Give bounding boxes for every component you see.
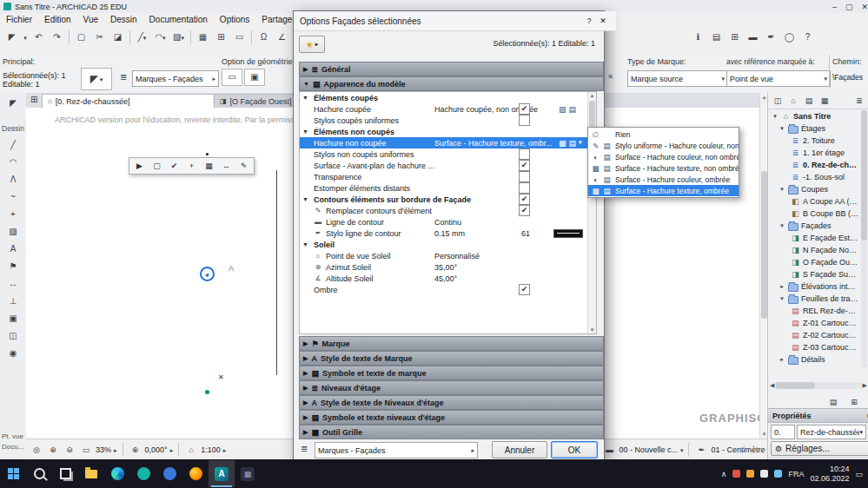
section-style-texte-niveaux[interactable]: ▶ A Style de texte de Niveaux d'étage <box>299 395 604 410</box>
row-value[interactable]: 35,00° <box>434 263 457 272</box>
scroll-left-icon[interactable]: ◀ <box>770 382 774 389</box>
page-icon[interactable]: ▤ <box>569 139 577 148</box>
row-stylo-ligne-contour[interactable]: ✒ Stylo ligne de contour 0.15 mm 61 <box>300 228 596 239</box>
pen-preview[interactable] <box>553 229 583 238</box>
option-rien[interactable]: ∅ Rien <box>588 129 739 140</box>
guide-lines-button[interactable]: ∠ <box>273 29 291 46</box>
checkbox-unchecked[interactable] <box>519 148 530 160</box>
info-button[interactable]: ℹ <box>689 29 707 46</box>
tree-item-coupe-bb[interactable]: ◧ B Coupe BB (Modèle) <box>768 208 859 220</box>
archicad-taskbar-button[interactable]: A <box>209 460 235 487</box>
view-map-button[interactable]: ▤ <box>801 94 817 108</box>
new-item-button[interactable]: ⊞ <box>846 395 862 409</box>
expander-icon[interactable]: ▸ <box>779 356 785 363</box>
tree-item-cartouche-02[interactable]: ▤ Z-02 Cartouche 02 (Modèle) <box>768 329 859 341</box>
chevron-right-icon[interactable]: ▸ <box>114 447 117 453</box>
start-button[interactable] <box>0 460 26 487</box>
edge-button[interactable] <box>104 460 130 487</box>
zoom-out-button[interactable]: ⊖ <box>63 443 76 457</box>
close-button[interactable]: ✕ <box>861 3 868 11</box>
row-value[interactable]: Continu <box>434 218 461 227</box>
notification-center-icon[interactable]: ▭ <box>855 470 863 478</box>
grid-toggle-button[interactable]: ▦ <box>194 29 212 46</box>
zone-tool[interactable]: ▣ <box>5 312 21 326</box>
fit-view-button[interactable]: ▭ <box>79 443 93 457</box>
section-general[interactable]: ▶ ≣ Général <box>299 62 604 76</box>
firefox-button[interactable] <box>182 460 209 487</box>
tree-item-facade-nord[interactable]: ◨ N Façade Nord (Modèle) <box>768 244 859 256</box>
palette-button-1[interactable]: ▶ <box>131 160 148 173</box>
row-value[interactable]: Surface - Hachure texture, ombr... <box>434 139 553 148</box>
row-ombre[interactable]: Ombre ✔ <box>300 284 596 295</box>
label-tool[interactable]: ⚑ <box>5 260 21 274</box>
expander-icon[interactable]: ▾ <box>779 222 785 229</box>
geometry-option-2[interactable]: ▣ <box>244 69 265 86</box>
tree-item-coupe-aa[interactable]: ◧ A Coupe AA (Modèle) <box>768 195 859 208</box>
menu-partage[interactable]: Partage <box>255 15 298 24</box>
row-stylos-coupes[interactable]: Stylos coupés uniformes <box>300 115 596 126</box>
checkbox-checked[interactable]: ✔ <box>519 160 530 171</box>
help-button[interactable]: ? <box>798 29 817 46</box>
view-settings-button[interactable]: ▤ <box>825 395 841 409</box>
palette-button-4[interactable]: + <box>183 160 200 173</box>
fill-combo[interactable]: ▨▾ <box>169 29 188 46</box>
dialog-help-button[interactable]: ? <box>582 15 596 27</box>
palette-button-2[interactable]: ▢ <box>149 160 165 173</box>
dialog-titlebar[interactable]: Options Façades sélectionnées ? ✕ <box>294 11 616 31</box>
story-number-field[interactable]: 0. <box>771 425 795 439</box>
tray-expand-icon[interactable]: ∧ <box>721 470 727 478</box>
row-point-de-vue-soleil[interactable]: ☼ Point de vue Soleil Personnalisé <box>300 250 596 261</box>
tree-item-cartouche-03[interactable]: ▤ Z-03 Cartouche 03 (Modèle) <box>768 341 859 353</box>
scroll-down-icon[interactable]: ▼ <box>761 432 767 437</box>
collapse-infobar-button[interactable]: « <box>608 72 613 81</box>
checkbox-checked[interactable]: ✔ <box>519 103 530 115</box>
row-estomper[interactable]: Estomper éléments distants <box>300 182 596 194</box>
tree-item-facade-ouest[interactable]: ◨ O Façade Ouest (Modèle) <box>768 256 859 268</box>
tree-item-elevations-interieures[interactable]: ▸ Élévations intérieures <box>768 280 859 293</box>
menu-options[interactable]: Options <box>214 15 255 24</box>
sun-position-indicator[interactable]: ▶ <box>200 267 215 281</box>
magnet-button[interactable]: Ω <box>255 29 273 46</box>
library-button[interactable]: ▤ <box>707 29 726 46</box>
tree-item-facade-sud[interactable]: ◨ S Façade Sud (Modèle) <box>768 268 859 280</box>
quick-layer-combo[interactable]: 00 - Nouvelle c... <box>619 445 678 454</box>
navigator-options-button[interactable]: ≣ <box>851 94 867 108</box>
palette-button-6[interactable]: ↔ <box>218 160 235 173</box>
arrow-tool[interactable]: ◤ <box>5 96 21 110</box>
expander-icon[interactable]: ▸ <box>779 283 785 290</box>
cancel-button[interactable]: Annuler <box>492 441 547 458</box>
tree-item-details[interactable]: ▸ Détails <box>768 353 859 366</box>
redo-button[interactable]: ↷ <box>48 29 66 46</box>
marquee-area-button[interactable]: ▭ <box>230 29 248 46</box>
drawing-scale[interactable]: 1:100 <box>201 445 221 454</box>
tray-icon-1[interactable] <box>732 470 740 478</box>
app-teal-button[interactable] <box>130 460 156 487</box>
story-name-field[interactable]: Rez-de-chaussée▾ <box>797 425 866 439</box>
project-map-button[interactable]: ⌂ <box>785 94 801 108</box>
row-value[interactable]: 0.15 mm <box>434 229 465 238</box>
row-ligne-contour[interactable]: ▬ Ligne de contour Continu <box>300 216 596 228</box>
text-tool[interactable]: A <box>5 242 21 256</box>
line-type-combo[interactable]: ╱▾ <box>133 29 151 46</box>
trim-button[interactable]: ✂ <box>90 29 109 46</box>
tree-item-facades[interactable]: ▾ Façades <box>768 220 859 232</box>
row-stylos-non-coupes[interactable]: Stylos non coupés uniformes <box>300 148 596 160</box>
fill-icon[interactable]: ▩ <box>559 139 567 148</box>
layout-book-button[interactable]: ▦ <box>817 94 832 108</box>
favorites-button[interactable]: ★ ▸ <box>299 36 325 53</box>
app-dark-button[interactable]: ▦ <box>235 460 261 487</box>
navigator-scrollbar[interactable] <box>861 110 867 367</box>
chevron-right-icon[interactable]: ▸ <box>223 447 227 453</box>
row-hachure-coupee[interactable]: Hachure coupée Hachure coupée, non ombré… <box>300 103 596 115</box>
undo-button[interactable]: ↶ <box>30 29 48 46</box>
orientation-button[interactable]: ⊕ <box>129 443 142 457</box>
search-button[interactable] <box>26 460 52 487</box>
section-style-texte-marque[interactable]: ▶ A Style de texte de Marque <box>299 351 604 366</box>
bimcloud-button[interactable]: ◯ <box>780 29 798 46</box>
row-remplacer-contours[interactable]: ✎ Remplacer contours d'élément ✔ <box>300 205 596 216</box>
tray-icon-4[interactable] <box>774 470 782 478</box>
palette-button-7[interactable]: ✎ <box>235 160 252 173</box>
option-surface-couleur-non-ombree[interactable]: ◐ ▤ Surface - Hachure couleur, non ombré… <box>588 151 739 162</box>
tray-icon-2[interactable] <box>746 470 754 478</box>
project-chooser-button[interactable]: ◫ <box>770 94 785 108</box>
